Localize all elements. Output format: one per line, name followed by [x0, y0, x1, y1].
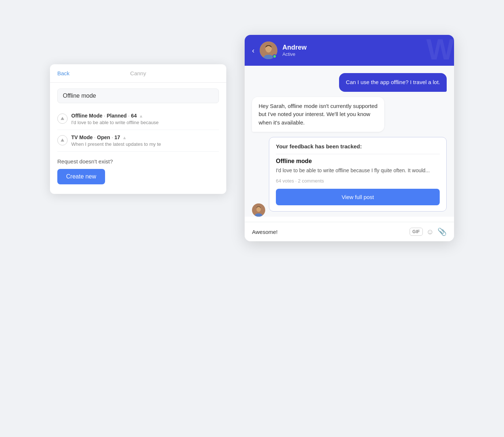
attach-button[interactable]: 📎 [438, 227, 447, 236]
canny-label: Canny [130, 70, 146, 76]
create-new-button[interactable]: Create new [57, 169, 105, 184]
feedback-tracked-label: Your feedback has been tracked: [276, 143, 440, 149]
result-desc: I'd love to be able to write offline bec… [71, 120, 159, 125]
bg-decoration: W [426, 35, 454, 64]
back-button[interactable]: Back [57, 70, 69, 76]
input-actions: GIF ☺ 📎 [410, 227, 447, 236]
chat-input-area: GIF ☺ 📎 [245, 222, 454, 241]
svg-point-8 [256, 207, 261, 212]
chat-user-name: Andrew [282, 44, 307, 51]
avatar [260, 41, 277, 59]
sender-avatar-svg [252, 203, 265, 217]
result-content: Offline Mode · Planned · 64 ▲ I'd love t… [71, 113, 159, 125]
message-bubble: Can I use the app offline? I travel a lo… [339, 73, 447, 92]
svg-point-5 [266, 46, 271, 53]
result-content: TV Mode · Open · 17 ▲ When I present the… [71, 134, 161, 147]
result-title: TV Mode · Open · 17 ▲ [71, 134, 161, 140]
vote-icon[interactable] [57, 135, 68, 145]
search-panel-header: Back Canny [50, 64, 226, 83]
chat-back-button[interactable]: ‹ [252, 46, 255, 55]
message-bubble: Hey Sarah, offline mode isn't currently … [252, 97, 384, 132]
search-input[interactable]: Offline mode [57, 89, 219, 103]
result-desc: When I present the latest updates to my … [71, 141, 161, 147]
feedback-message: Your feedback has been tracked: Offline … [252, 137, 447, 217]
upvote-icon [60, 116, 65, 121]
not-exist-label: Request doesn't exist? [57, 158, 219, 165]
message-outgoing: Can I use the app offline? I travel a lo… [252, 73, 447, 92]
feedback-card: Your feedback has been tracked: Offline … [269, 137, 447, 212]
svg-marker-0 [61, 117, 64, 120]
divider [276, 154, 440, 154]
vote-icon[interactable] [57, 113, 68, 124]
online-indicator [273, 54, 277, 58]
view-full-post-button[interactable]: View full post [276, 189, 440, 205]
list-item[interactable]: Offline Mode · Planned · 64 ▲ I'd love t… [57, 108, 219, 130]
feedback-post-title: Offline mode [276, 158, 440, 165]
emoji-button[interactable]: ☺ [426, 228, 434, 236]
chat-user-status: Active [282, 51, 307, 57]
upvote-icon [60, 138, 65, 142]
chat-header: W ‹ [245, 35, 454, 66]
message-incoming: Hey Sarah, offline mode isn't currently … [252, 97, 447, 132]
chat-user-info: Andrew Active [282, 44, 307, 57]
svg-marker-1 [61, 138, 64, 141]
search-panel: Back Canny Offline mode Offline Mode · P… [50, 64, 226, 194]
result-title: Offline Mode · Planned · 64 ▲ [71, 113, 159, 119]
feedback-post-desc: I'd love to be able to write offline bec… [276, 167, 440, 174]
search-panel-body: Offline mode Offline Mode · Planned · 64… [50, 83, 226, 194]
sender-avatar [252, 203, 265, 217]
list-item[interactable]: TV Mode · Open · 17 ▲ When I present the… [57, 130, 219, 152]
gif-button[interactable]: GIF [410, 228, 423, 236]
chat-body: Can I use the app offline? I travel a lo… [245, 66, 454, 217]
feedback-meta: 64 votes · 2 comments [276, 178, 440, 184]
chat-panel: W ‹ [245, 35, 454, 241]
chat-input[interactable] [252, 229, 405, 235]
